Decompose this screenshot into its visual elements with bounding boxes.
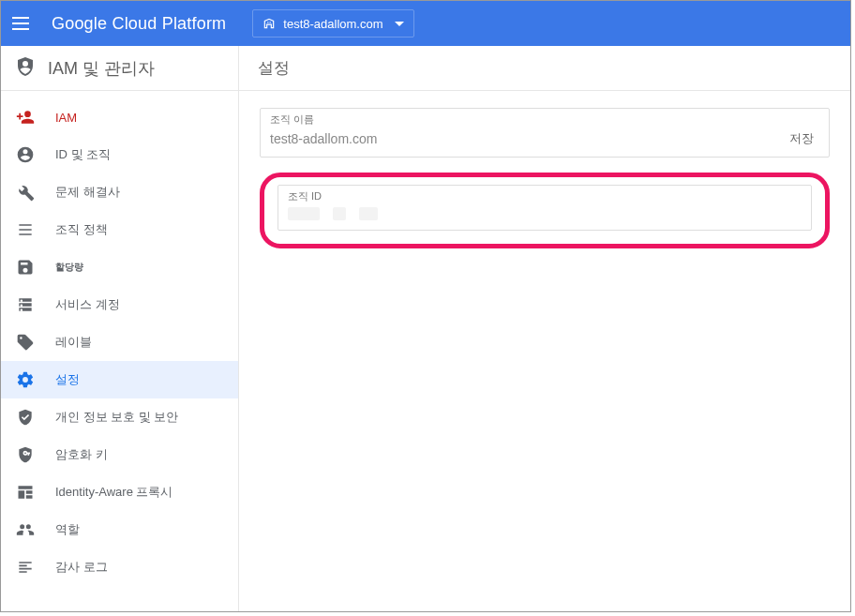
iam-admin-icon (14, 55, 37, 82)
sidebar-item-service-accounts[interactable]: 서비스 계정 (1, 286, 238, 323)
subheader: IAM 및 관리자 설정 (1, 46, 850, 91)
org-id-row: 조직 ID (278, 185, 812, 231)
sidebar-item-label: 할당량 (55, 261, 83, 274)
sidebar-item-audit-logs[interactable]: 감사 로그 (1, 548, 238, 586)
label-icon (16, 333, 35, 352)
topbar: Google Cloud Platform test8-adallom.com (1, 1, 850, 46)
wrench-icon (16, 183, 35, 202)
org-name-row: 조직 이름 저장 (260, 108, 830, 158)
iap-icon (16, 483, 35, 502)
account-circle-icon (16, 145, 35, 164)
menu-button[interactable] (12, 12, 35, 35)
subheader-left: IAM 및 관리자 (1, 46, 239, 90)
sidebar: IAM ID 및 조직 문제 해결사 조직 정책 할당량 서비스 계정 (1, 91, 239, 611)
org-name-field: 조직 이름 (270, 113, 772, 147)
section-title: IAM 및 관리자 (48, 57, 155, 80)
project-selector[interactable]: test8-adallom.com (252, 9, 413, 38)
subheader-right: 설정 (239, 46, 850, 90)
sidebar-item-label: 감사 로그 (55, 559, 108, 576)
service-account-icon (16, 295, 35, 314)
save-icon (16, 258, 35, 277)
sidebar-item-org-policies[interactable]: 조직 정책 (1, 211, 238, 248)
gear-icon (16, 370, 35, 389)
chevron-down-icon (395, 22, 404, 26)
sidebar-item-privacy-security[interactable]: 개인 정보 보호 및 보안 (1, 398, 238, 436)
sidebar-item-quotas[interactable]: 할당량 (1, 248, 238, 286)
app-frame: Google Cloud Platform test8-adallom.com … (0, 0, 851, 612)
org-name-label: 조직 이름 (270, 113, 772, 127)
sidebar-item-identity-org[interactable]: ID 및 조직 (1, 136, 238, 173)
sidebar-item-label: 서비스 계정 (55, 296, 120, 313)
sidebar-item-settings[interactable]: 설정 (1, 361, 238, 398)
sidebar-item-labels[interactable]: 레이블 (1, 323, 238, 361)
sidebar-item-label: ID 및 조직 (55, 146, 111, 163)
organization-icon (262, 17, 276, 30)
brand-title: Google Cloud Platform (52, 14, 226, 34)
main-panel: 조직 이름 저장 조직 ID (239, 91, 850, 611)
org-id-highlight: 조직 ID (260, 173, 830, 248)
sidebar-item-label: 조직 정책 (55, 221, 108, 238)
audit-log-icon (16, 558, 35, 577)
person-add-icon (16, 108, 35, 127)
sidebar-item-label: 암호화 키 (55, 446, 108, 463)
sidebar-item-label: IAM (55, 111, 77, 125)
sidebar-item-label: 레이블 (55, 334, 92, 351)
sidebar-item-roles[interactable]: 역할 (1, 511, 238, 548)
sidebar-item-label: Identity-Aware 프록시 (55, 484, 172, 501)
list-icon (16, 220, 35, 239)
org-id-label: 조직 ID (288, 189, 802, 203)
sidebar-item-label: 문제 해결사 (55, 184, 120, 201)
sidebar-item-label: 역할 (55, 521, 80, 538)
project-name: test8-adallom.com (283, 17, 382, 31)
roles-icon (16, 520, 35, 539)
content-row: IAM ID 및 조직 문제 해결사 조직 정책 할당량 서비스 계정 (1, 91, 850, 611)
sidebar-item-troubleshooter[interactable]: 문제 해결사 (1, 173, 238, 211)
shield-check-icon (16, 408, 35, 427)
org-id-value-redacted (288, 207, 802, 220)
sidebar-item-crypto-keys[interactable]: 암호화 키 (1, 436, 238, 473)
shield-key-icon (16, 445, 35, 464)
sidebar-item-label: 개인 정보 보호 및 보안 (55, 409, 178, 426)
sidebar-item-label: 설정 (55, 371, 80, 388)
org-name-input[interactable] (270, 131, 772, 146)
sidebar-item-iam[interactable]: IAM (1, 98, 238, 136)
save-button[interactable]: 저장 (784, 127, 819, 147)
sidebar-item-iap[interactable]: Identity-Aware 프록시 (1, 473, 238, 511)
page-title: 설정 (258, 57, 290, 79)
